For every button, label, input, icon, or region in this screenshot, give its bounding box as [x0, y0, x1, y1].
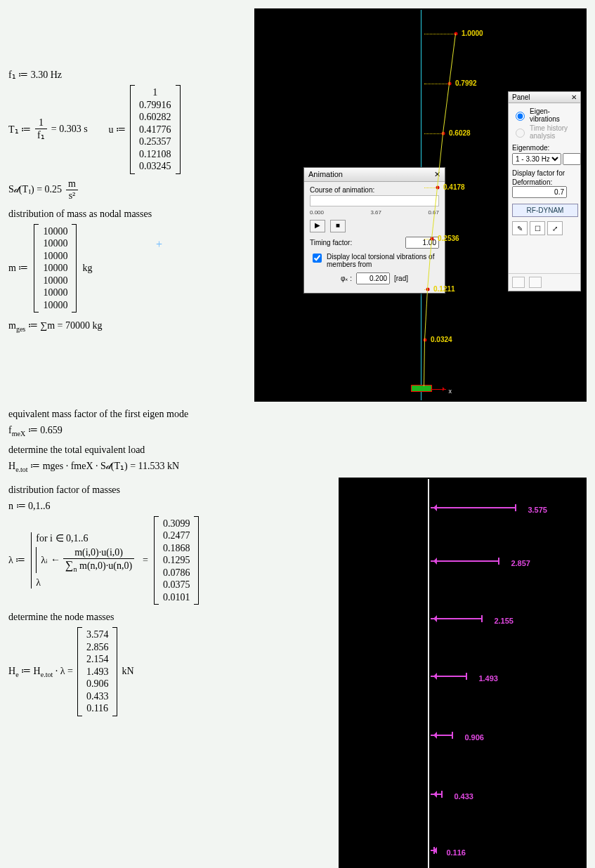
he-unit: kN: [122, 666, 133, 677]
x-axis-arrow: [431, 389, 446, 390]
vector-entry: 0.0101: [163, 591, 190, 604]
eigenmode-spinner[interactable]: [563, 153, 581, 165]
eigenmode-select[interactable]: 1 - 3.30 Hz: [512, 153, 561, 165]
column-axis: [428, 479, 429, 868]
lambda-return: λ: [36, 577, 134, 588]
load-arrow: [431, 507, 515, 508]
para-total-equiv: determine the total equivalent load: [8, 445, 587, 456]
animation-dialog[interactable]: Animation ✕ Course of animation: 0.000 3…: [303, 167, 445, 294]
eq-T1: T₁ ≔ 1 f₁ = 0.303 s u ≔ 10.799160.602820…: [8, 85, 247, 174]
vector-entry: 0.1295: [163, 554, 190, 567]
vector-entry: 0.41776: [139, 124, 171, 136]
animation-slider[interactable]: [310, 195, 439, 206]
vector-entry: 0.79916: [139, 99, 171, 112]
timing-label: Timing factor:: [310, 239, 352, 246]
mode-segment: [443, 84, 450, 133]
for-line: for i ∈ 0,1..6: [36, 532, 134, 544]
load-label: 0.116: [446, 848, 466, 857]
eq-n: n ≔ 0,1..6: [8, 500, 332, 512]
slider-min: 0.000: [310, 209, 324, 216]
phi-input[interactable]: [356, 272, 390, 284]
close-icon[interactable]: ✕: [571, 93, 577, 101]
animation-title: Animation: [308, 170, 343, 179]
footer-icon-1[interactable]: [512, 277, 525, 288]
torsional-checkbox[interactable]: [313, 254, 322, 263]
vector-entry: 0.2477: [163, 530, 190, 542]
u-lhs: u ≔: [109, 124, 126, 136]
lambda-program: for i ∈ 0,1..6 λᵢ ← m(i,0)·u(i,0) ∑n m(n…: [31, 532, 137, 588]
eq-mges: mges ≔ ∑m = 70000 kg: [8, 320, 247, 333]
t1-num: 1: [35, 117, 47, 129]
lambda-lhs: λ ≔: [8, 554, 25, 566]
panel-dialog[interactable]: Panel ✕ Eigen-vibrations Time history an…: [508, 91, 581, 291]
t1-val: = 0.303 s: [51, 124, 88, 135]
m-unit: kg: [82, 263, 92, 274]
load-arrow: [431, 676, 466, 677]
t1-lhs: T₁ ≔: [8, 124, 31, 136]
x-axis-label: x: [449, 388, 452, 395]
expand-icon[interactable]: ⤢: [547, 221, 563, 235]
load-tail: [498, 558, 499, 565]
mode-segment: [424, 340, 425, 386]
load-label: 2.857: [511, 559, 530, 567]
footer-icon-2[interactable]: [529, 277, 542, 288]
load-arrow: [431, 618, 481, 619]
deformation-label: Deformation:: [512, 178, 577, 186]
vector-entry: 2.856: [86, 641, 109, 654]
rf-dynam-button[interactable]: RF-DYNAM: [512, 204, 578, 217]
radio-eigen-label: Eigen-vibrations: [530, 107, 577, 123]
load-label: 2.155: [494, 617, 514, 625]
vector-entry: 10000: [43, 250, 67, 263]
vector-entry: 0.0786: [163, 567, 190, 579]
He-vector: 3.5742.8562.1541.4930.9060.4330.116: [77, 627, 118, 716]
m-vector: 10000100001000010000100001000010000: [34, 224, 77, 313]
vector-entry: 10000: [43, 287, 67, 299]
eq-m: m ≔ 10000100001000010000100001000010000 …: [8, 224, 247, 313]
load-label: 0.906: [464, 733, 484, 742]
lambda-num: m(i,0)·u(i,0): [63, 547, 134, 559]
display-factor-label: Display factor for: [512, 169, 577, 177]
vector-entry: 1: [139, 86, 171, 99]
figure-loads: ✕ 3.5752.8572.1551.4930.9060.4330.116: [339, 478, 587, 868]
para-mass-dist: distribution of mass as nodal masses: [8, 209, 247, 220]
play-button[interactable]: ▶: [310, 220, 325, 232]
vector-entry: 0.25357: [139, 136, 171, 148]
load-tail: [466, 673, 467, 680]
window-icon[interactable]: ☐: [530, 221, 545, 235]
load-tail: [441, 791, 443, 798]
vector-entry: 1.493: [86, 666, 109, 678]
load-tail: [515, 504, 516, 511]
cursor-cross-icon: +: [156, 238, 162, 251]
para-dist-factor: distribution factor of masses: [8, 485, 332, 496]
mode-node-label: 1.0000: [462, 29, 483, 37]
eq-lambda: λ ≔ for i ∈ 0,1..6 λᵢ ← m(i,0)·u(i,0) ∑n: [8, 516, 332, 605]
timing-input[interactable]: [405, 237, 439, 249]
stop-button[interactable]: ■: [330, 220, 346, 232]
vector-entry: 0.1868: [163, 542, 190, 555]
support-icon: [411, 385, 432, 392]
edit-icon[interactable]: ✎: [512, 221, 528, 235]
load-arrow: [431, 735, 452, 736]
eq-He: He ≔ He.tot · λ = 3.5742.8562.1541.4930.…: [8, 627, 332, 716]
sd-unit-den: s²: [66, 190, 78, 202]
mode-segment: [424, 289, 428, 340]
radio-timehist: [516, 129, 525, 138]
mode-node-label: 0.4178: [443, 183, 465, 191]
eigenmode-label: Eigenmode:: [512, 144, 577, 152]
vector-entry: 10000: [43, 262, 67, 275]
lambda-den: ∑n m(n,0)·u(n,0): [63, 559, 134, 573]
sd-expr: S𝒹(T₁) = 0.25: [8, 184, 62, 195]
load-label: 0.433: [454, 792, 473, 801]
vector-entry: 2.154: [86, 653, 109, 666]
u-vector: 10.799160.602820.417760.253570.121080.03…: [130, 85, 181, 174]
vector-entry: 0.116: [86, 702, 109, 715]
radio-eigen[interactable]: [516, 112, 525, 121]
vector-entry: 0.03245: [139, 160, 171, 173]
deformation-input[interactable]: [512, 186, 567, 198]
eq-Sd: S𝒹(T₁) = 0.25 m s²: [8, 178, 247, 202]
load-arrow: [431, 560, 498, 562]
mode-node-label: 0.6028: [449, 129, 471, 137]
vector-entry: 10000: [43, 225, 67, 238]
vector-entry: 0.60282: [139, 111, 171, 124]
load-tail: [481, 615, 483, 622]
